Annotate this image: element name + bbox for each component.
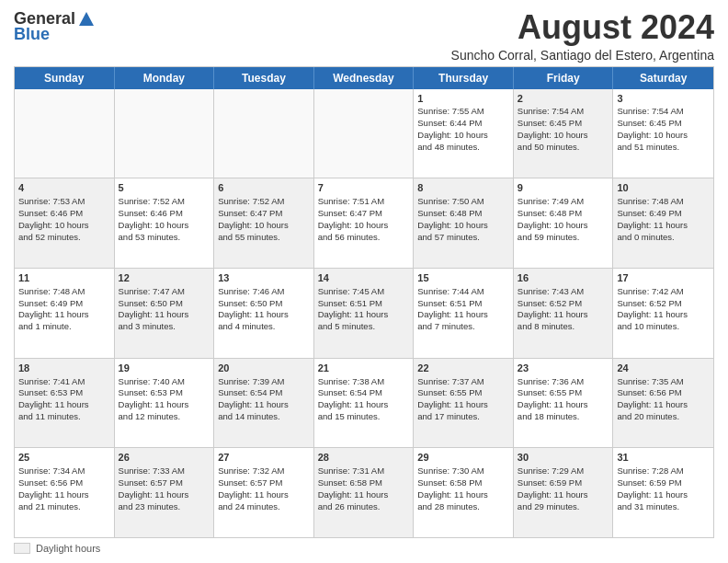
day-number: 15 [417,271,509,285]
cell-content: and 1 minute. [18,321,110,333]
table-row: 15Sunrise: 7:44 AMSunset: 6:51 PMDayligh… [414,269,514,358]
cell-content: Sunrise: 7:48 AM [18,286,110,298]
cell-content: Sunset: 6:46 PM [119,208,210,220]
cell-content: Sunset: 6:53 PM [18,387,110,399]
cell-content: Sunset: 6:47 PM [318,208,410,220]
cell-content: Daylight: 11 hours [218,489,310,501]
cell-content: and 0 minutes. [617,232,710,244]
cell-content: Sunrise: 7:30 AM [417,465,509,477]
cell-content: Sunset: 6:54 PM [218,387,310,399]
table-row [15,89,115,178]
table-row [314,89,415,178]
table-row: 1Sunrise: 7:55 AMSunset: 6:44 PMDaylight… [414,89,514,178]
cell-content: Sunset: 6:49 PM [617,208,710,220]
day-number: 25 [18,451,110,465]
table-row: 23Sunrise: 7:36 AMSunset: 6:55 PMDayligh… [514,359,614,448]
cell-content: Daylight: 11 hours [518,399,609,411]
cell-content: Daylight: 11 hours [318,489,410,501]
cell-content: and 52 minutes. [18,232,110,244]
day-number: 20 [218,362,310,375]
table-row: 5Sunrise: 7:52 AMSunset: 6:46 PMDaylight… [115,178,215,268]
cell-content: and 20 minutes. [617,411,710,423]
cell-content: Daylight: 11 hours [318,399,410,411]
table-row: 12Sunrise: 7:47 AMSunset: 6:50 PMDayligh… [115,269,215,358]
cell-content: Sunset: 6:55 PM [417,387,509,399]
logo-icon [76,9,97,29]
cell-content: and 3 minutes. [119,321,210,333]
cell-content: Daylight: 11 hours [617,399,710,411]
cell-content: Daylight: 11 hours [417,399,509,411]
cell-content: Sunrise: 7:54 AM [518,106,609,118]
cell-content: and 48 minutes. [417,142,509,154]
cell-content: Daylight: 10 hours [417,130,509,142]
cell-content: and 18 minutes. [518,411,609,423]
cell-content: Sunrise: 7:29 AM [518,465,609,477]
cell-content: Sunset: 6:51 PM [318,298,410,310]
cell-content: Daylight: 10 hours [318,220,410,232]
day-number: 13 [218,271,310,285]
table-row: 27Sunrise: 7:32 AMSunset: 6:57 PMDayligh… [214,448,314,537]
cell-content: Daylight: 10 hours [518,130,609,142]
cell-content: Daylight: 11 hours [518,309,609,321]
cell-content: Sunset: 6:44 PM [417,118,509,130]
table-row: 24Sunrise: 7:35 AMSunset: 6:56 PMDayligh… [613,359,713,448]
cell-content: Daylight: 11 hours [318,309,410,321]
cell-content: Sunrise: 7:51 AM [318,196,410,208]
cell-content: Sunrise: 7:45 AM [318,286,410,298]
cell-content: Sunrise: 7:31 AM [318,465,410,477]
cell-content: Daylight: 11 hours [18,309,110,321]
day-number: 18 [18,362,110,375]
cell-content: Sunrise: 7:35 AM [617,376,710,388]
cell-content: Sunrise: 7:34 AM [18,465,110,477]
cell-content: Daylight: 11 hours [617,309,710,321]
table-row: 13Sunrise: 7:46 AMSunset: 6:50 PMDayligh… [214,269,314,358]
table-row: 3Sunrise: 7:54 AMSunset: 6:45 PMDaylight… [613,89,713,178]
day-number: 16 [518,271,609,285]
month-title: August 2024 [451,9,714,46]
cell-content: Sunrise: 7:49 AM [518,196,609,208]
cell-content: Sunrise: 7:36 AM [518,376,609,388]
cell-content: Sunset: 6:52 PM [617,298,710,310]
cell-content: Daylight: 10 hours [119,220,210,232]
table-row: 19Sunrise: 7:40 AMSunset: 6:53 PMDayligh… [115,359,215,448]
svg-marker-0 [79,12,94,26]
cell-content: Sunrise: 7:28 AM [617,465,710,477]
cell-content: Daylight: 11 hours [218,309,310,321]
cell-content: Sunset: 6:50 PM [119,298,210,310]
header-monday: Monday [115,67,215,89]
header-friday: Friday [514,67,614,89]
day-number: 28 [318,451,410,465]
cell-content: Sunset: 6:52 PM [518,298,609,310]
cell-content: Sunrise: 7:52 AM [119,196,210,208]
day-number: 22 [417,362,509,375]
cell-content: Sunset: 6:47 PM [218,208,310,220]
day-number: 31 [617,451,710,465]
day-number: 12 [119,271,210,285]
cell-content: Sunrise: 7:47 AM [119,286,210,298]
cell-content: Daylight: 11 hours [218,399,310,411]
day-number: 6 [218,181,310,195]
table-row: 4Sunrise: 7:53 AMSunset: 6:46 PMDaylight… [15,178,115,268]
cell-content: Sunrise: 7:55 AM [417,106,509,118]
day-number: 11 [18,271,110,285]
calendar-row: 1Sunrise: 7:55 AMSunset: 6:44 PMDaylight… [15,89,713,178]
day-number: 1 [417,92,509,106]
cell-content: Sunrise: 7:46 AM [218,286,310,298]
day-number: 7 [318,181,410,195]
cell-content: Sunrise: 7:54 AM [617,106,710,118]
cell-content: Sunset: 6:59 PM [617,477,710,489]
day-number: 24 [617,362,710,375]
day-number: 5 [119,181,210,195]
cell-content: Sunrise: 7:42 AM [617,286,710,298]
calendar-row: 25Sunrise: 7:34 AMSunset: 6:56 PMDayligh… [15,447,713,537]
cell-content: and 15 minutes. [318,411,410,423]
table-row: 9Sunrise: 7:49 AMSunset: 6:48 PMDaylight… [514,178,614,268]
cell-content: and 23 minutes. [119,501,210,513]
day-number: 14 [318,271,410,285]
cell-content: and 12 minutes. [119,411,210,423]
table-row: 30Sunrise: 7:29 AMSunset: 6:59 PMDayligh… [514,448,614,537]
cell-content: Sunset: 6:58 PM [318,477,410,489]
table-row: 11Sunrise: 7:48 AMSunset: 6:49 PMDayligh… [15,269,115,358]
header-wednesday: Wednesday [314,67,415,89]
header-row: General Blue August 2024 Suncho Corral, … [14,9,714,63]
